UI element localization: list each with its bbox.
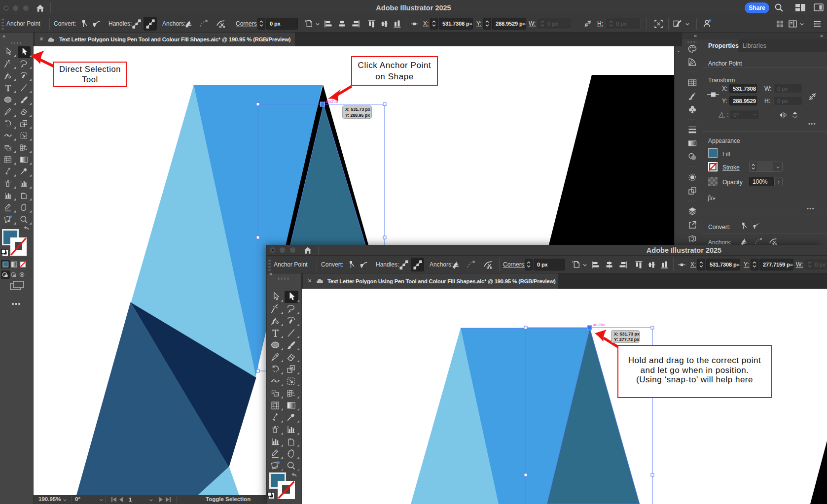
svg-text:1: 1 <box>129 497 132 502</box>
svg-text:anchor: anchor <box>593 322 606 327</box>
svg-text:anchor: anchor <box>325 99 338 104</box>
